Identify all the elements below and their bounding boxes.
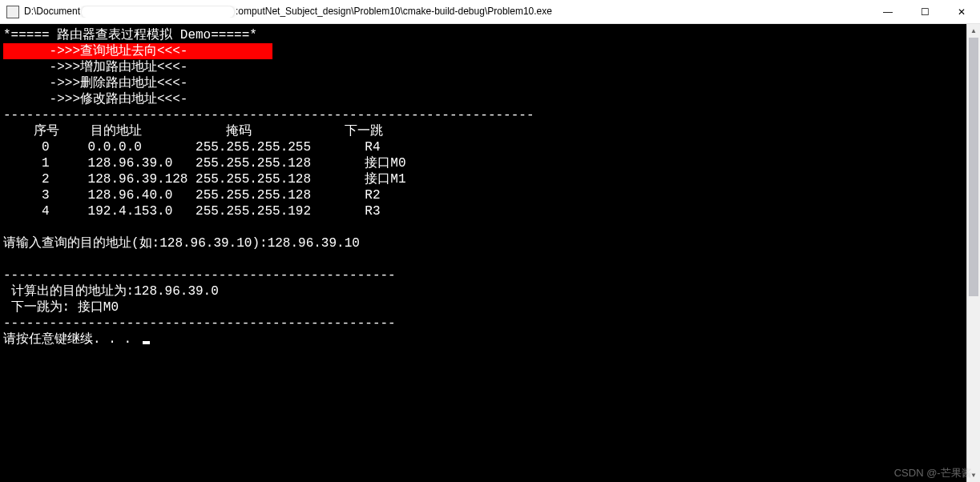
window-title: D:\Document:omputNet_Subject_design\Prob… [24, 6, 869, 18]
menu-item-query-selected: ->>>查询地址去向<<<- [3, 43, 272, 59]
table-header: 序号 目的地址 掩码 下一跳 [3, 124, 383, 139]
vertical-scrollbar[interactable]: ▲ ▼ [966, 24, 980, 482]
maximize-button[interactable]: ☐ [906, 0, 943, 24]
close-button[interactable]: ✕ [943, 0, 980, 24]
scroll-up-icon[interactable]: ▲ [967, 24, 980, 38]
result-nexthop: 下一跳为: 接口M0 [3, 300, 119, 315]
title-prefix: D:\Document [24, 6, 80, 17]
minimize-button[interactable]: — [869, 0, 906, 24]
window-titlebar: D:\Document:omputNet_Subject_design\Prob… [0, 0, 980, 24]
menu-item-add: ->>>增加路由地址<<<- [3, 60, 188, 74]
window-controls: — ☐ ✕ [869, 0, 980, 23]
console-output[interactable]: *===== 路由器查表过程模拟 Demo=====* ->>>查询地址去向<<… [0, 24, 980, 482]
table-row: 1 128.96.39.0 255.255.255.128 接口M0 [3, 156, 405, 171]
title-suffix: :omputNet_Subject_design\Problem10\cmake… [236, 6, 552, 17]
table-row: 3 128.96.40.0 255.255.255.128 R2 [3, 188, 380, 203]
table-row: 2 128.96.39.128 255.255.255.128 接口M1 [3, 172, 405, 187]
menu-item-delete: ->>>删除路由地址<<<- [3, 76, 188, 90]
header-line: *===== 路由器查表过程模拟 Demo=====* [3, 28, 257, 42]
separator: ----------------------------------------… [3, 316, 396, 331]
app-icon [6, 6, 19, 18]
cursor-icon [143, 341, 150, 344]
press-any-key: 请按任意键继续. . . [3, 332, 139, 347]
result-address: 计算出的目的地址为:128.96.39.0 [3, 284, 219, 299]
scroll-track[interactable] [967, 38, 980, 468]
separator: ----------------------------------------… [3, 268, 396, 283]
table-row: 4 192.4.153.0 255.255.255.192 R3 [3, 204, 380, 219]
title-redacted [82, 6, 234, 18]
scroll-thumb[interactable] [969, 38, 978, 296]
watermark-text: CSDN @-芒果酱- [894, 466, 975, 480]
table-row: 0 0.0.0.0 255.255.255.255 R4 [3, 140, 380, 155]
menu-item-modify: ->>>修改路由地址<<<- [3, 92, 188, 106]
separator: ----------------------------------------… [3, 108, 534, 123]
prompt-line: 请输入查询的目的地址(如:128.96.39.10):128.96.39.10 [3, 236, 360, 251]
